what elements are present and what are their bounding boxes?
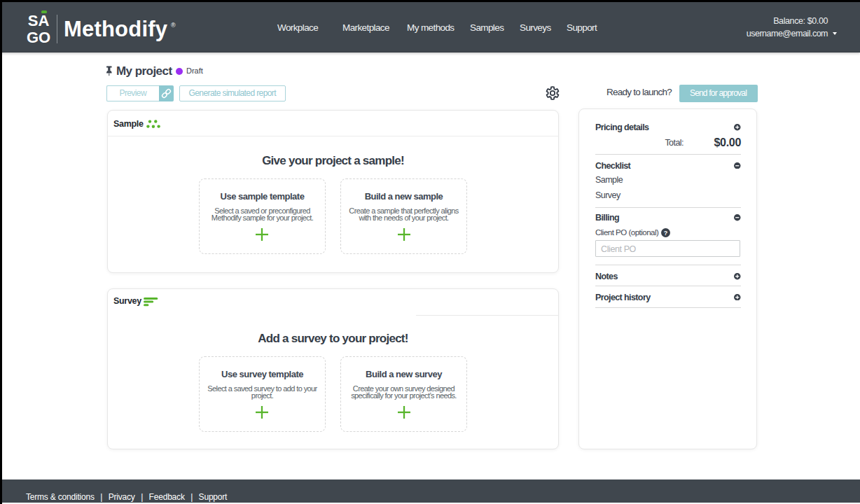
svg-text:?: ? xyxy=(664,229,668,236)
